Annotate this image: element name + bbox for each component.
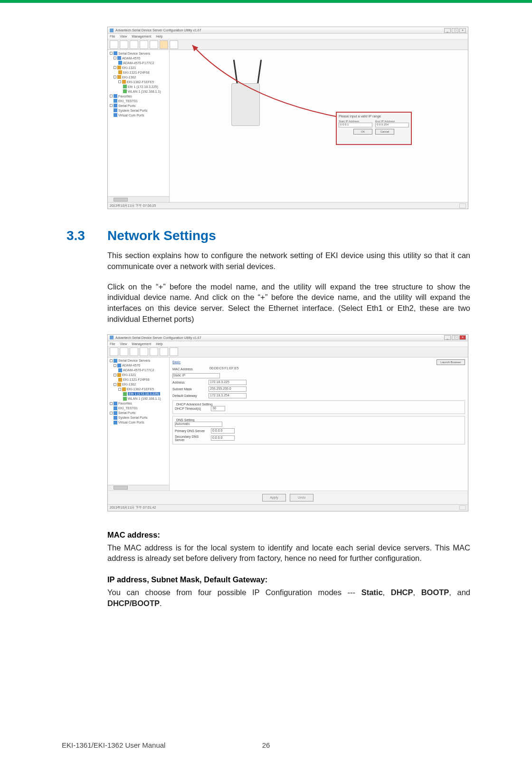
toolbar-btn-1[interactable] bbox=[110, 40, 118, 49]
app-window-iprange: Advantech Serial Device Server Configura… bbox=[107, 27, 468, 209]
device-tree[interactable]: Serial Device Servers ADAM-4570 ADAM-457… bbox=[108, 50, 170, 202]
dhcp-timeout-label: DHCP Timeout(s) bbox=[175, 407, 208, 410]
footer-page-number: 26 bbox=[262, 741, 270, 749]
tree-item[interactable]: EKI-1321 bbox=[122, 373, 136, 376]
toolbar-btn[interactable] bbox=[140, 347, 148, 356]
toolbar-btn-5[interactable] bbox=[150, 40, 158, 49]
device-tree-2[interactable]: Serial Device Servers ADAM-4570 ADAM-457… bbox=[108, 357, 170, 491]
tree-eki1362[interactable]: EKI-1362 bbox=[122, 76, 136, 79]
dns2-input[interactable]: 0.0.0.0 bbox=[211, 435, 235, 441]
tree-item[interactable]: EKI-1362-F1EFE5 bbox=[127, 387, 154, 391]
start-ip-input[interactable]: 0.0.0.1 bbox=[339, 123, 372, 127]
ip-heading: IP address, Subnet Mask, Default Gateway… bbox=[107, 575, 470, 584]
maximize-button[interactable]: □ bbox=[452, 28, 458, 33]
tree-adam4570-dev[interactable]: ADAM-4570-F177C2 bbox=[123, 61, 154, 65]
toolbar-btn-3[interactable] bbox=[130, 40, 138, 49]
status-bar: 2013年10月11日 下午 07:06:25 bbox=[108, 202, 468, 209]
tree-sysports[interactable]: System Serial Ports bbox=[118, 109, 147, 112]
close-button[interactable]: × bbox=[459, 335, 466, 340]
tree-vcomports[interactable]: Virtual Com Ports bbox=[118, 114, 144, 117]
menu-help[interactable]: Help bbox=[156, 342, 162, 346]
tree-scrollbar[interactable] bbox=[114, 486, 128, 490]
tree-wlan1[interactable]: WLAN 1 (192.168.1.1) bbox=[128, 90, 161, 93]
footer-manual-title: EKI-1361/EKI-1362 User Manual bbox=[62, 741, 165, 749]
tree-item[interactable]: ADAM-4570 bbox=[122, 364, 140, 367]
menu-bar-2: File View Management Help bbox=[108, 341, 468, 347]
toolbar-btn[interactable] bbox=[130, 347, 138, 356]
menu-view[interactable]: View bbox=[120, 35, 127, 38]
section-title: Network Settings bbox=[107, 228, 216, 243]
menu-management[interactable]: Management bbox=[132, 342, 151, 346]
tree-fav1[interactable]: EKI_TEST01 bbox=[118, 99, 138, 103]
status-bar-2: 2013年10月11日 下午 07:01:42 bbox=[108, 504, 468, 511]
device-image bbox=[212, 55, 269, 126]
launch-browser-button[interactable]: Launch Browser bbox=[437, 359, 465, 365]
tree-item[interactable]: EKI_TEST01 bbox=[118, 406, 138, 410]
maximize-button[interactable]: □ bbox=[452, 335, 458, 340]
dialog-prompt: Please input a valid IP range bbox=[339, 115, 409, 118]
tree-item[interactable]: WLAN 1 (192.168.1.1) bbox=[128, 397, 161, 400]
dns2-label: Secondary DNS Server bbox=[175, 435, 208, 442]
tree-item[interactable]: Favorites bbox=[118, 402, 132, 405]
tree-eki1321[interactable]: EKI-1321 bbox=[122, 66, 136, 69]
window-controls: _ □ × bbox=[444, 28, 466, 33]
tree-favorites[interactable]: Favorites bbox=[118, 95, 132, 98]
ip-body: You can choose from four possible IP Con… bbox=[107, 587, 470, 609]
tree-item[interactable]: ADAM-4570-F177C2 bbox=[123, 368, 154, 372]
tree-item[interactable]: EKI-1321-F24F68 bbox=[123, 378, 150, 381]
gw-input[interactable]: 172.18.3.254 bbox=[209, 393, 247, 398]
tree-item[interactable]: EKI-1362 bbox=[122, 383, 136, 386]
minimize-button[interactable]: _ bbox=[444, 28, 451, 33]
tree-eth1[interactable]: Eth 1 (172.18.3.225) bbox=[128, 85, 158, 88]
menu-file[interactable]: File bbox=[110, 342, 115, 346]
tree-item[interactable]: Serial Device Servers bbox=[118, 359, 150, 362]
tree-serialports[interactable]: Serial Ports bbox=[118, 104, 135, 107]
menu-file[interactable]: File bbox=[110, 35, 115, 38]
toolbar-btn-6[interactable] bbox=[160, 40, 168, 49]
toolbar-btn[interactable] bbox=[120, 347, 128, 356]
toolbar-btn-2[interactable] bbox=[120, 40, 128, 49]
tree-adam4570[interactable]: ADAM-4570 bbox=[122, 57, 140, 60]
dns-mode-select[interactable]: Automatic bbox=[175, 422, 222, 427]
ip-mode-dhcpbootp: DHCP/BOOTP bbox=[107, 599, 160, 607]
tree-item[interactable]: Serial Ports bbox=[118, 411, 135, 414]
undo-button[interactable]: Undo bbox=[290, 494, 314, 501]
dns-group-title: DNS Setting bbox=[175, 418, 196, 422]
close-button[interactable]: × bbox=[459, 28, 466, 33]
tree-scrollbar[interactable] bbox=[114, 198, 128, 202]
apply-button[interactable]: Apply bbox=[262, 494, 286, 501]
menu-management[interactable]: Management bbox=[132, 35, 151, 38]
tree-item[interactable]: System Serial Ports bbox=[118, 416, 147, 419]
dns1-input[interactable]: 0.0.0.0 bbox=[211, 428, 235, 434]
addr-input[interactable]: 172.18.3.225 bbox=[209, 380, 247, 385]
mask-input[interactable]: 255.255.255.0 bbox=[209, 386, 247, 392]
tree-item[interactable]: Virtual Com Ports bbox=[118, 421, 144, 424]
toolbar-btn[interactable] bbox=[170, 347, 178, 356]
cancel-button[interactable]: Cancel bbox=[375, 129, 394, 135]
tab-basic[interactable]: Basic bbox=[172, 360, 206, 364]
dns-group: DNS Setting Automatic Primary DNS Server… bbox=[172, 416, 465, 444]
ip-mode-select[interactable]: Static IP bbox=[172, 373, 220, 378]
toolbar-btn-7[interactable] bbox=[170, 40, 178, 49]
tree-eki1362-dev[interactable]: EKI-1362-F1EFE5 bbox=[127, 80, 154, 84]
toolbar-btn[interactable] bbox=[150, 347, 158, 356]
dhcp-timeout-input[interactable]: 30 bbox=[211, 406, 225, 411]
tree-root-servers[interactable]: Serial Device Servers bbox=[118, 52, 150, 55]
end-ip-input[interactable]: 0.0.0.254 bbox=[375, 123, 409, 127]
form-buttons: Apply Undo bbox=[108, 491, 468, 504]
addr-label: Address bbox=[172, 381, 206, 384]
menu-help[interactable]: Help bbox=[156, 35, 162, 38]
toolbar-btn[interactable] bbox=[110, 347, 118, 356]
status-text-2: 2013年10月11日 下午 07:01:42 bbox=[110, 505, 156, 510]
app-icon bbox=[110, 29, 114, 32]
app-icon bbox=[110, 336, 114, 339]
ok-button[interactable]: OK bbox=[353, 129, 372, 135]
minimize-button[interactable]: _ bbox=[444, 335, 451, 340]
tree-eki1321-dev[interactable]: EKI-1321-F24F68 bbox=[123, 71, 150, 74]
tree-item-selected[interactable]: Eth 1 (172.18.3.225) bbox=[128, 392, 160, 395]
ip-mode-dhcp: DHCP bbox=[391, 588, 413, 597]
app-window-network: Advantech Serial Device Server Configura… bbox=[107, 334, 468, 511]
toolbar-btn-4[interactable] bbox=[140, 40, 148, 49]
toolbar-btn[interactable] bbox=[160, 347, 168, 356]
menu-view[interactable]: View bbox=[120, 342, 127, 346]
